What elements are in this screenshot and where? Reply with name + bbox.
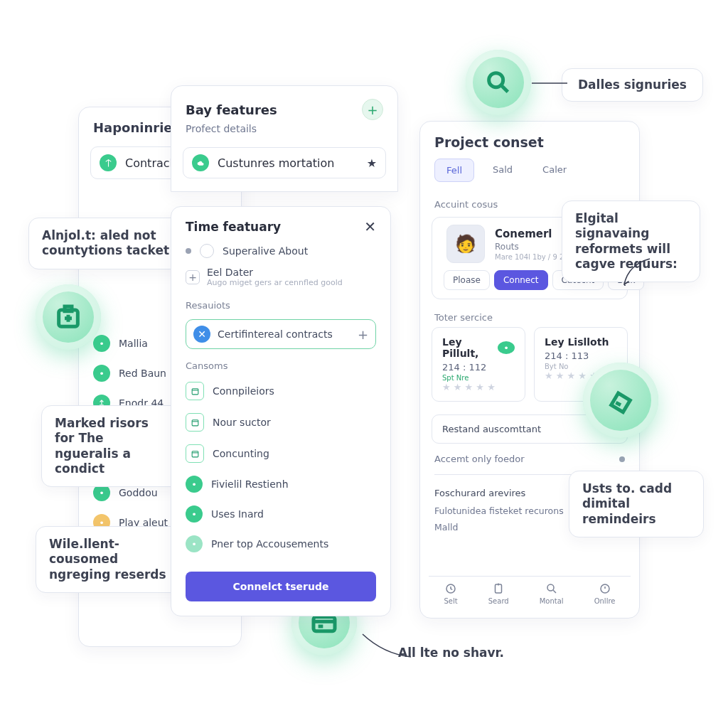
bottombar-label: Selt	[444, 597, 458, 605]
cansoms-item-label: Connpileiors	[213, 385, 274, 397]
tab-fell[interactable]: Fell	[434, 159, 474, 182]
sidebar-item-label: Mallia	[119, 338, 148, 349]
document-badge-icon	[583, 363, 658, 438]
cansoms-item-label: Uses Inard	[211, 508, 264, 520]
date-label: Eel Dater	[207, 267, 343, 278]
bottombar-icon	[444, 582, 457, 595]
bullet-icon: •	[93, 365, 110, 382]
search-badge-icon	[466, 50, 531, 115]
contracts-field-label: Certifintereal contracts	[218, 328, 350, 340]
service-num: 214 : 113	[545, 350, 617, 361]
time-feature-title: Time featuary	[186, 220, 281, 234]
svg-rect-0	[192, 388, 198, 394]
add-date-button[interactable]: +	[186, 270, 200, 284]
about-label: Superalive About	[223, 245, 308, 257]
cansoms-item-label: Fivielil Restienh	[211, 478, 289, 490]
cansoms-list: ConnpileiorsNour suctorConcunting•Fiviel…	[171, 375, 390, 559]
cansoms-item[interactable]: •Uses Inard	[171, 499, 390, 529]
sidebar-item-label: Goddou	[119, 487, 158, 498]
contracts-field[interactable]: ✕ Certifintereal contracts +	[186, 319, 376, 349]
bottombar-icon	[492, 582, 505, 595]
callout-a1: Alnjol.t: aled not countytions tacket	[28, 218, 185, 269]
add-feature-button[interactable]: +	[362, 99, 383, 120]
time-feature-card: Time featuary ✕ Superalive About + Eel D…	[171, 206, 391, 616]
service-name: Ley Lislloth	[545, 336, 609, 348]
calendar-icon	[186, 382, 204, 400]
accent-only-label: Accemt only foedor	[434, 454, 525, 464]
svg-point-5	[547, 584, 554, 591]
svg-rect-2	[192, 451, 198, 456]
project-tabs: FellSaldCaler	[420, 159, 639, 189]
ploase-button[interactable]: Ploase	[444, 270, 490, 290]
bullet-icon: •	[186, 505, 203, 523]
bottombar-label: Onllre	[594, 597, 616, 605]
star-rating: ★ ★ ★ ★ ★	[442, 382, 515, 392]
service-name: Ley Pillult,	[442, 336, 498, 359]
star-icon[interactable]: ★	[367, 156, 377, 170]
svg-point-7	[489, 73, 503, 87]
close-icon[interactable]: ✕	[364, 218, 376, 235]
connect-button[interactable]: Connelct tserude	[186, 572, 376, 601]
cansoms-item[interactable]: Concunting	[171, 438, 390, 469]
bottom-bar: SeltSeardMontalOnllre	[429, 576, 631, 605]
tab-caler[interactable]: Caler	[531, 159, 578, 182]
cansoms-item[interactable]: •Pner top Accousements	[171, 529, 390, 559]
service-card[interactable]: Ley Pillult,•214 : 112Spt Nre★ ★ ★ ★ ★	[432, 327, 525, 402]
field-plus-icon[interactable]: +	[358, 327, 368, 342]
cansoms-item-label: Pner top Accousements	[211, 538, 328, 550]
bottombar-selt[interactable]: Selt	[444, 582, 458, 605]
tab-sald[interactable]: Sald	[481, 159, 524, 182]
medical-badge-icon	[36, 284, 101, 350]
connect-button[interactable]: Connect	[494, 270, 548, 290]
calendar-icon	[186, 444, 204, 463]
features-subtab[interactable]: Profect details	[171, 123, 397, 143]
resauiots-label: Resauiots	[171, 290, 390, 315]
bottombar-seard[interactable]: Seard	[488, 582, 509, 605]
status-dot	[619, 456, 625, 462]
features-header-label: Custunres mortation	[218, 156, 334, 170]
bottombar-label: Seard	[488, 597, 509, 605]
bottombar-icon	[599, 582, 611, 595]
service-by: Spt Nre	[442, 374, 515, 382]
bullet-icon: •	[93, 335, 110, 352]
cansoms-item[interactable]: Nour suctor	[171, 407, 390, 438]
callout-a2: Marked risors for The ngueralis a condic…	[41, 405, 183, 487]
dot-icon	[186, 248, 191, 254]
tree-icon	[100, 154, 117, 171]
cansoms-item[interactable]: Connpileiors	[171, 375, 390, 407]
features-header-item[interactable]: Custunres mortation ★	[183, 147, 386, 178]
calendar-icon	[186, 413, 204, 432]
date-hint: Augo miget gers ar cennfled goold	[207, 278, 343, 287]
callout-search: Dalles signuries	[562, 68, 703, 102]
blue-x-icon[interactable]: ✕	[193, 326, 210, 343]
cloud-icon	[192, 154, 209, 171]
project-title: Project conset	[420, 122, 639, 159]
bullet-icon: •	[186, 476, 203, 493]
svg-rect-1	[192, 419, 198, 425]
bottombar-onllre[interactable]: Onllre	[594, 582, 616, 605]
sidebar-item-label: Contrach	[125, 156, 177, 170]
service-label: Toter sercice	[420, 302, 639, 327]
radio-icon	[200, 244, 214, 258]
foschurard-label: Foschurard arevires	[434, 488, 525, 498]
callout-a5: Usts to. cadd dimital remindeirs	[569, 471, 704, 537]
sidebar-item-label: Red Baun	[119, 368, 166, 379]
cansoms-item-label: Nour suctor	[213, 417, 271, 428]
bullet-icon: •	[186, 535, 203, 552]
features-panel: Bay features + Profect details Custunres…	[171, 85, 398, 626]
service-num: 214 : 112	[442, 362, 515, 373]
cansoms-label: Cansoms	[171, 353, 390, 375]
bottombar-icon	[545, 582, 558, 595]
svg-rect-4	[496, 584, 502, 593]
check-icon: •	[498, 341, 515, 354]
bottombar-montal[interactable]: Montal	[540, 582, 564, 605]
callout-a6: All lte no shavr.	[398, 646, 504, 660]
features-title: Bay features	[186, 102, 277, 117]
callout-a3: Wile.llent-cousomed ngreging reserds	[36, 526, 192, 593]
cansoms-item-label: Concunting	[213, 448, 269, 459]
bottombar-label: Montal	[540, 597, 564, 605]
cansoms-item[interactable]: •Fivielil Restienh	[171, 469, 390, 499]
avatar: 🧑	[446, 225, 485, 263]
